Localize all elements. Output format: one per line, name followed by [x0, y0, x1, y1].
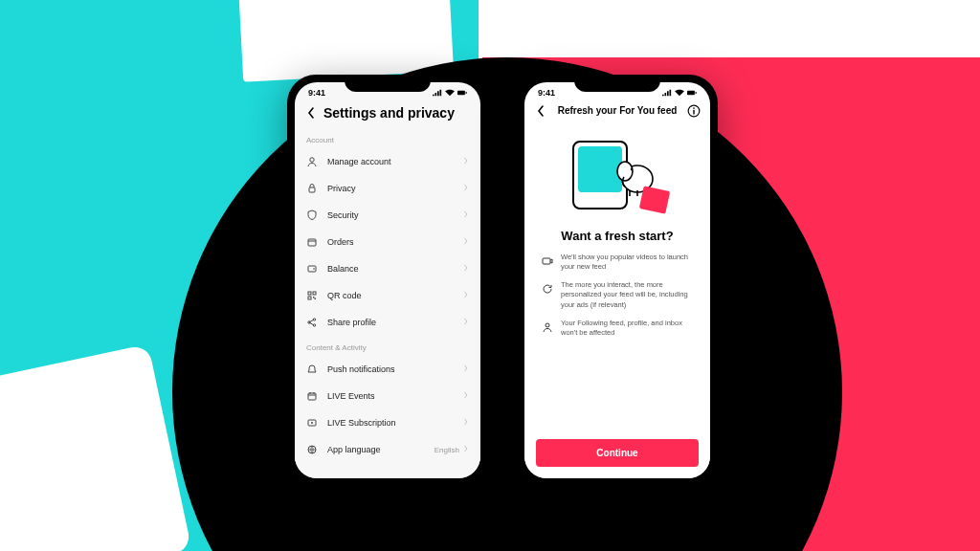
- chevron-right-icon: [463, 318, 469, 327]
- screen-refresh-feed: 9:41 Refresh your For You feed: [524, 82, 710, 478]
- section-label-account: Account: [295, 128, 480, 148]
- wifi-icon: [675, 89, 684, 97]
- row-label: Privacy: [327, 184, 463, 193]
- settings-list[interactable]: Account Manage account Privacy Security: [295, 128, 480, 478]
- illustration-bag: [639, 186, 670, 213]
- row-manage-account[interactable]: Manage account: [295, 148, 480, 175]
- page-title: Refresh your For You feed: [558, 105, 678, 116]
- svg-point-28: [546, 323, 549, 327]
- qr-icon: [306, 290, 318, 301]
- row-qr-code[interactable]: QR code: [295, 282, 480, 309]
- illustration: [524, 123, 710, 223]
- svg-rect-8: [313, 292, 316, 295]
- chevron-right-icon: [463, 184, 469, 193]
- bell-icon: [306, 364, 318, 375]
- page-title: Settings and privacy: [323, 105, 455, 121]
- row-balance[interactable]: Balance: [295, 255, 480, 282]
- row-label: App language: [327, 445, 434, 454]
- svg-rect-20: [696, 92, 697, 94]
- svg-point-25: [617, 162, 633, 181]
- chevron-left-icon: [307, 107, 315, 119]
- battery-icon: [457, 89, 467, 97]
- row-security[interactable]: Security: [295, 202, 480, 229]
- phone-left: 9:41 Settings and privacy Account: [287, 75, 488, 486]
- svg-point-14: [313, 324, 315, 326]
- bullet-item: The more you interact, the more personal…: [542, 280, 693, 309]
- row-live-events[interactable]: LIVE Events: [295, 383, 480, 409]
- signal-icon: [662, 89, 672, 97]
- share-icon: [306, 317, 318, 328]
- box-icon: [306, 236, 318, 248]
- chevron-right-icon: [463, 445, 469, 454]
- svg-rect-9: [308, 297, 311, 299]
- fresh-start-heading: Want a fresh start?: [524, 229, 710, 243]
- row-label: Orders: [327, 237, 463, 247]
- svg-rect-27: [543, 258, 550, 264]
- svg-point-22: [693, 107, 695, 109]
- svg-rect-15: [308, 393, 316, 400]
- user-icon: [306, 156, 318, 167]
- refresh-icon: [542, 281, 553, 293]
- row-share-profile[interactable]: Share profile: [295, 309, 480, 336]
- info-icon: [687, 104, 701, 118]
- svg-rect-7: [308, 292, 311, 295]
- back-button[interactable]: [304, 106, 318, 120]
- lock-icon: [306, 183, 318, 194]
- section-label-content: Content & Activity: [295, 336, 480, 356]
- bullet-list: We'll show you popular videos to launch …: [524, 253, 710, 346]
- chevron-right-icon: [463, 237, 469, 247]
- row-push-notifications[interactable]: Push notifications: [295, 356, 480, 383]
- chevron-right-icon: [463, 391, 469, 401]
- svg-rect-19: [687, 91, 695, 95]
- wallet-icon: [306, 263, 318, 275]
- svg-rect-23: [693, 109, 694, 114]
- svg-rect-4: [308, 239, 316, 246]
- camera-icon: [542, 253, 553, 265]
- row-live-subscription[interactable]: LIVE Subscription: [295, 409, 480, 436]
- row-label: Push notifications: [327, 364, 463, 374]
- row-label: LIVE Subscription: [327, 418, 463, 428]
- row-label: Security: [327, 210, 463, 220]
- row-label: Balance: [327, 264, 463, 274]
- svg-point-26: [631, 168, 633, 170]
- shield-icon: [306, 209, 318, 221]
- svg-rect-10: [313, 297, 315, 298]
- row-label: LIVE Events: [327, 391, 463, 401]
- status-time: 9:41: [538, 88, 555, 98]
- back-button[interactable]: [534, 104, 547, 118]
- chevron-right-icon: [463, 364, 469, 374]
- live-icon: [306, 417, 318, 429]
- row-app-language[interactable]: App language English: [295, 436, 480, 463]
- row-privacy[interactable]: Privacy: [295, 175, 480, 202]
- status-time: 9:41: [308, 88, 325, 98]
- chevron-right-icon: [463, 418, 469, 428]
- calendar-icon: [306, 390, 318, 402]
- row-label: QR code: [327, 291, 463, 300]
- refresh-header: Refresh your For You feed: [524, 99, 710, 123]
- status-icons: [662, 89, 697, 97]
- bullet-text: The more you interact, the more personal…: [561, 280, 693, 309]
- signal-icon: [433, 89, 442, 97]
- svg-point-17: [311, 422, 313, 424]
- svg-point-13: [313, 319, 315, 320]
- chevron-right-icon: [463, 210, 469, 220]
- info-button[interactable]: [687, 104, 701, 118]
- bullet-text: We'll show you popular videos to launch …: [561, 253, 693, 272]
- chevron-right-icon: [463, 291, 469, 300]
- svg-rect-1: [466, 92, 467, 94]
- row-label: Manage account: [327, 157, 463, 166]
- continue-button[interactable]: Continue: [536, 439, 699, 467]
- svg-point-2: [310, 158, 314, 162]
- bullet-text: Your Following feed, profile, and inbox …: [561, 319, 693, 338]
- bullet-item: We'll show you popular videos to launch …: [542, 253, 693, 272]
- chevron-right-icon: [463, 157, 469, 166]
- battery-icon: [687, 89, 697, 97]
- phone-notch: [345, 75, 431, 92]
- row-value: English: [434, 446, 459, 454]
- svg-point-6: [313, 268, 315, 270]
- row-orders[interactable]: Orders: [295, 229, 480, 255]
- bullet-item: Your Following feed, profile, and inbox …: [542, 319, 693, 338]
- promo-stage: 9:41 Settings and privacy Account: [0, 0, 980, 551]
- settings-header: Settings and privacy: [295, 99, 480, 128]
- globe-icon: [306, 444, 318, 455]
